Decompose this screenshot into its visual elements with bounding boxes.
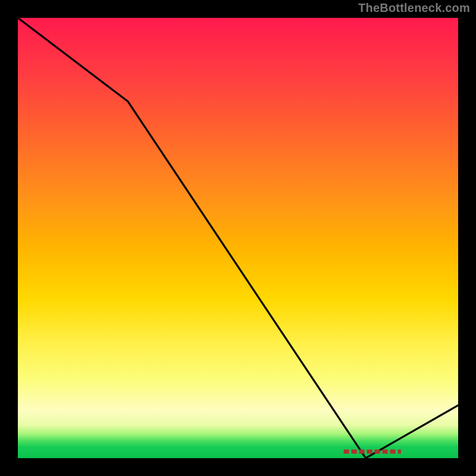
recommended-range-indicator [18, 18, 458, 458]
chart-frame: TheBottleneck.com [0, 0, 476, 476]
plot-area [18, 18, 458, 458]
watermark-text: TheBottleneck.com [358, 1, 470, 15]
